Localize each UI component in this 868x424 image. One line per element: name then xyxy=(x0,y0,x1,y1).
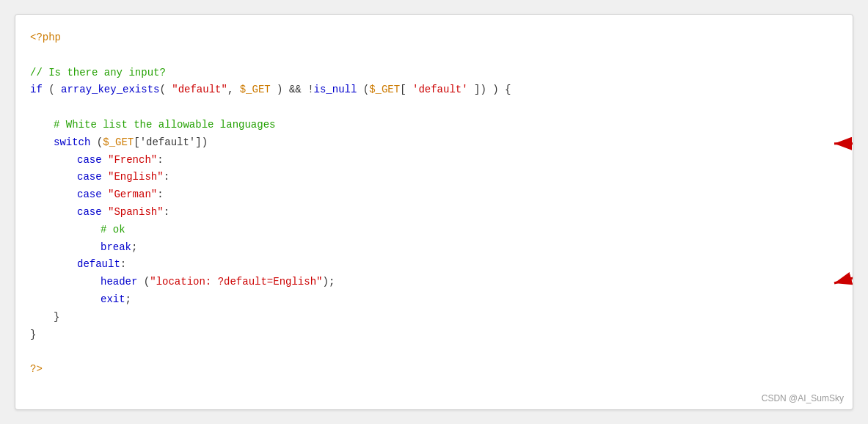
code-line: case "Spanish": xyxy=(30,204,831,222)
code-line: if ( array_key_exists( "default", $_GET … xyxy=(30,81,831,99)
token: "French" xyxy=(108,152,157,169)
token: case xyxy=(77,186,102,204)
token: $_GET xyxy=(369,81,400,99)
token: if xyxy=(30,81,43,99)
code-line: case "English": xyxy=(30,169,831,186)
token: case xyxy=(77,169,102,186)
token: "default" xyxy=(172,81,227,99)
token: $_GET xyxy=(103,134,134,152)
code-line xyxy=(30,99,831,117)
token: # ok xyxy=(101,222,125,239)
token xyxy=(208,134,214,152)
token xyxy=(102,169,108,186)
token: # White list the allowable languages xyxy=(54,117,275,134)
token: 'default' xyxy=(412,81,468,99)
token: <?php xyxy=(30,29,61,47)
token: ]) ) { xyxy=(468,81,511,99)
token: // Is there any input? xyxy=(30,65,166,82)
token: : xyxy=(157,186,163,204)
code-line: ?> xyxy=(30,361,831,379)
token: : xyxy=(120,256,126,274)
code-line xyxy=(30,47,831,65)
code-line: exit; xyxy=(30,291,831,309)
token: ( xyxy=(90,134,103,152)
code-line: case "German": xyxy=(30,186,831,204)
code-line: # White list the allowable languages xyxy=(30,117,831,134)
token: "Spanish" xyxy=(108,204,164,222)
code-line: <?php xyxy=(30,29,831,47)
token: : xyxy=(164,204,169,222)
token: break xyxy=(101,239,131,257)
token: default xyxy=(77,256,120,274)
token: switch xyxy=(54,134,90,152)
token xyxy=(102,204,108,222)
code-line: // Is there any input? xyxy=(30,65,831,82)
token: , xyxy=(227,81,240,99)
code-line: } xyxy=(30,326,831,344)
token: [ xyxy=(400,81,412,99)
code-content: <?php// Is there any input?if ( array_ke… xyxy=(30,29,831,379)
token: ; xyxy=(125,291,131,309)
token: } xyxy=(54,309,59,326)
code-window: <?php// Is there any input?if ( array_ke… xyxy=(15,14,853,410)
code-line: case "French": xyxy=(30,152,831,169)
token: "location: ?default=English" xyxy=(150,274,322,291)
code-line: switch ($_GET['default']) xyxy=(30,134,831,152)
token: array_key_exists xyxy=(61,81,159,99)
token: ( xyxy=(159,81,172,99)
code-line: default: xyxy=(30,256,831,274)
watermark-text: CSDN @AI_SumSky xyxy=(762,393,844,403)
token: "German" xyxy=(108,186,157,204)
code-line: } xyxy=(30,309,831,326)
token: header xyxy=(101,274,137,291)
token xyxy=(102,152,108,169)
token: ( xyxy=(137,274,150,291)
token: $_GET xyxy=(240,81,271,99)
token: "English" xyxy=(108,169,164,186)
token: : xyxy=(164,169,169,186)
token: exit xyxy=(101,291,125,309)
token: is_null xyxy=(314,81,357,99)
token xyxy=(102,186,108,204)
token: case xyxy=(77,204,102,222)
token: ( xyxy=(43,81,61,99)
token: ); xyxy=(322,274,335,291)
token: ) && ! xyxy=(271,81,314,99)
token: } xyxy=(30,326,36,344)
token: : xyxy=(157,152,163,169)
token: ; xyxy=(131,239,137,257)
token: ['default']) xyxy=(134,134,208,152)
code-line xyxy=(30,343,831,361)
token: ( xyxy=(357,81,369,99)
code-line: # ok xyxy=(30,222,831,239)
token: case xyxy=(77,152,102,169)
code-line: break; xyxy=(30,239,831,257)
token: ?> xyxy=(30,361,43,379)
code-line: header ("location: ?default=English"); xyxy=(30,274,831,291)
